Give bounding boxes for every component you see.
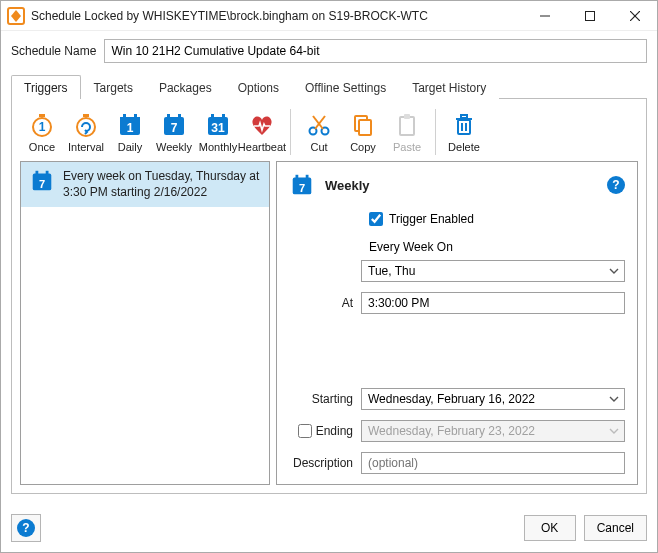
cut-label: Cut <box>310 141 327 153</box>
list-item-text: Every week on Tuesday, Thursday at 3:30 … <box>63 168 261 200</box>
help-button[interactable]: ? <box>11 514 41 542</box>
delete-label: Delete <box>448 141 480 153</box>
at-time-input[interactable] <box>361 292 625 314</box>
weekly-label: Weekly <box>156 141 192 153</box>
stopwatch-interval-icon <box>72 111 100 139</box>
description-row: Description <box>289 452 625 474</box>
every-week-on-label: Every Week On <box>369 240 625 254</box>
paste-label: Paste <box>393 141 421 153</box>
help-icon[interactable]: ? <box>607 176 625 194</box>
svg-text:7: 7 <box>299 182 305 194</box>
interval-button[interactable]: Interval <box>64 109 108 155</box>
window: Schedule Locked by WHISKEYTIME\brock.bin… <box>0 0 658 553</box>
calendar-weekly-icon: 7 <box>289 172 315 198</box>
starting-label: Starting <box>289 392 361 406</box>
window-controls <box>522 2 657 30</box>
close-button[interactable] <box>612 2 657 30</box>
ending-label: Ending <box>316 424 353 438</box>
calendar-monthly-icon: 31 <box>204 111 232 139</box>
pane-title: Weekly <box>325 178 597 193</box>
starting-row: Starting <box>289 388 625 410</box>
copy-icon <box>349 111 377 139</box>
svg-rect-16 <box>167 114 170 119</box>
once-label: Once <box>29 141 55 153</box>
tab-triggers[interactable]: Triggers <box>11 75 81 99</box>
svg-rect-37 <box>36 171 39 176</box>
dialog-footer: ? OK Cancel <box>1 504 657 552</box>
copy-button[interactable]: Copy <box>341 109 385 155</box>
cut-button[interactable]: Cut <box>297 109 341 155</box>
stopwatch-once-icon: 1 <box>28 111 56 139</box>
cancel-button[interactable]: Cancel <box>584 515 647 541</box>
daily-button[interactable]: 1 Daily <box>108 109 152 155</box>
ending-checkbox[interactable] <box>298 424 312 438</box>
svg-rect-9 <box>83 114 89 117</box>
days-dropdown[interactable] <box>361 260 625 282</box>
ok-button[interactable]: OK <box>524 515 576 541</box>
app-icon <box>7 7 25 25</box>
monthly-button[interactable]: 31 Monthly <box>196 109 240 155</box>
pane-header: 7 Weekly ? <box>289 172 625 198</box>
tab-packages[interactable]: Packages <box>146 75 225 99</box>
trigger-enabled-checkbox[interactable] <box>369 212 383 226</box>
svg-rect-30 <box>404 114 410 119</box>
svg-rect-33 <box>461 115 467 118</box>
svg-rect-12 <box>123 114 126 119</box>
help-icon: ? <box>17 519 35 537</box>
trigger-details-pane: 7 Weekly ? Trigger Enabled Every Week On <box>276 161 638 485</box>
trash-icon <box>450 111 478 139</box>
ending-row: Ending <box>289 420 625 442</box>
svg-rect-42 <box>306 175 309 180</box>
svg-rect-28 <box>359 120 371 135</box>
svg-rect-41 <box>296 175 299 180</box>
tab-offline-settings[interactable]: Offline Settings <box>292 75 399 99</box>
at-row: At <box>289 292 625 314</box>
trigger-type-group: 1 Once Interval 1 Daily 7 Weekly <box>20 109 291 155</box>
maximize-button[interactable] <box>567 2 612 30</box>
svg-rect-2 <box>585 11 594 20</box>
interval-label: Interval <box>68 141 104 153</box>
monthly-label: Monthly <box>199 141 238 153</box>
calendar-weekly-icon: 7 <box>160 111 188 139</box>
svg-text:7: 7 <box>39 178 45 190</box>
description-label: Description <box>289 456 361 470</box>
trigger-enabled-row: Trigger Enabled <box>369 212 625 226</box>
calendar-daily-icon: 1 <box>116 111 144 139</box>
toolbar: 1 Once Interval 1 Daily 7 Weekly <box>20 107 638 161</box>
trigger-list[interactable]: 7 Every week on Tuesday, Thursday at 3:3… <box>20 161 270 485</box>
heartbeat-button[interactable]: Heartbeat <box>240 109 284 155</box>
at-label: At <box>289 296 361 310</box>
svg-rect-6 <box>39 114 45 117</box>
split-pane: 7 Every week on Tuesday, Thursday at 3:3… <box>20 161 638 485</box>
svg-rect-21 <box>222 114 225 119</box>
svg-text:7: 7 <box>171 121 178 135</box>
ending-date-dropdown <box>361 420 625 442</box>
svg-rect-38 <box>46 171 49 176</box>
calendar-weekly-icon: 7 <box>29 168 55 194</box>
svg-rect-31 <box>458 120 470 134</box>
delete-button[interactable]: Delete <box>442 109 486 155</box>
trigger-enabled-label: Trigger Enabled <box>389 212 474 226</box>
daily-label: Daily <box>118 141 142 153</box>
tab-targets[interactable]: Targets <box>81 75 146 99</box>
svg-rect-29 <box>400 117 414 135</box>
tab-options[interactable]: Options <box>225 75 292 99</box>
schedule-name-input[interactable] <box>104 39 647 63</box>
svg-text:31: 31 <box>211 121 225 135</box>
window-title: Schedule Locked by WHISKEYTIME\brock.bin… <box>31 9 522 23</box>
tab-target-history[interactable]: Target History <box>399 75 499 99</box>
list-item[interactable]: 7 Every week on Tuesday, Thursday at 3:3… <box>21 162 269 207</box>
heartbeat-label: Heartbeat <box>238 141 286 153</box>
days-row <box>289 260 625 282</box>
starting-date-dropdown[interactable] <box>361 388 625 410</box>
content-area: Schedule Name Triggers Targets Packages … <box>1 31 657 504</box>
minimize-button[interactable] <box>522 2 567 30</box>
weekly-button[interactable]: 7 Weekly <box>152 109 196 155</box>
svg-rect-20 <box>211 114 214 119</box>
tab-body: 1 Once Interval 1 Daily 7 Weekly <box>11 99 647 494</box>
description-input[interactable] <box>361 452 625 474</box>
once-button[interactable]: 1 Once <box>20 109 64 155</box>
delete-group: Delete <box>442 109 492 155</box>
copy-label: Copy <box>350 141 376 153</box>
schedule-name-label: Schedule Name <box>11 44 96 58</box>
